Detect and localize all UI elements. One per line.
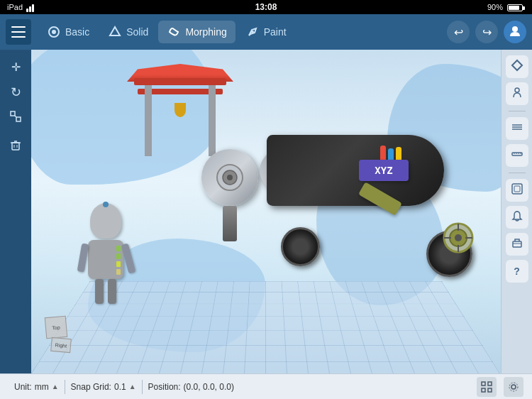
device-label: iPad: [7, 3, 23, 11]
ruler-icon: [511, 148, 523, 163]
tab-paint[interactable]: Paint: [237, 21, 295, 43]
right-sidebar: ?: [501, 50, 532, 373]
menu-button[interactable]: [6, 19, 31, 45]
axes-indicator: Top Right: [38, 313, 81, 352]
svg-rect-33: [514, 186, 520, 192]
sidebar-figure[interactable]: [506, 82, 528, 105]
sidebar-transform[interactable]: [506, 179, 528, 202]
delete-tool[interactable]: [4, 135, 27, 158]
rotate-tool[interactable]: ↻: [4, 81, 27, 104]
move-tool[interactable]: ✛: [4, 55, 27, 78]
robot-lights: [116, 246, 121, 275]
transform-icon: [511, 182, 523, 198]
torii-pillar-right: [209, 85, 216, 156]
viewport-area: ✛ ↻: [0, 50, 532, 373]
status-left: iPad: [7, 2, 34, 12]
status-bar: iPad 13:08 90%: [0, 0, 532, 14]
basic-icon: [47, 25, 61, 39]
vehicle: XYZ: [253, 121, 480, 277]
snap-arrow[interactable]: ▲: [129, 383, 136, 390]
tab-solid[interactable]: Solid: [99, 21, 157, 43]
sidebar-ruler[interactable]: [506, 144, 528, 167]
unit-section: Unit: mm ▲: [9, 382, 65, 392]
toolbar-tabs: Basic Solid Morphing Paint: [38, 21, 447, 43]
vehicle-wheel-left: [281, 227, 320, 266]
help-icon: ?: [514, 266, 520, 277]
svg-point-1: [52, 30, 56, 34]
sidebar-shape[interactable]: [506, 55, 528, 78]
light-4: [116, 269, 121, 275]
svg-point-4: [512, 26, 518, 32]
svg-point-23: [515, 88, 519, 92]
svg-point-18: [455, 234, 462, 241]
tab-solid-label: Solid: [126, 26, 148, 38]
user-button[interactable]: [504, 21, 526, 43]
bottom-bar: Unit: mm ▲ Snap Grid: 0.1 ▲ Position: (0…: [0, 373, 532, 399]
status-time: 13:08: [255, 2, 277, 12]
svg-rect-40: [488, 388, 492, 392]
torii-bell: [174, 103, 186, 117]
svg-point-15: [227, 175, 233, 180]
position-label: Position:: [148, 382, 181, 392]
battery-indicator: 90%: [487, 3, 525, 11]
svg-rect-8: [12, 143, 19, 150]
battery-percent: 90%: [487, 3, 503, 11]
light-2: [116, 253, 121, 259]
snap-label: Snap Grid:: [71, 382, 111, 392]
torii-pillar-left: [145, 85, 152, 156]
position-section: Position: (0.0, 0.0, 0.0): [143, 382, 240, 392]
svg-point-3: [251, 31, 254, 33]
robot-connector: [103, 202, 109, 207]
svg-rect-38: [488, 382, 492, 386]
battery-icon: [507, 4, 525, 11]
undo-button[interactable]: ↩: [447, 21, 470, 43]
svg-rect-32: [512, 184, 522, 194]
bell-icon: [511, 209, 523, 225]
torii-gate: [131, 64, 230, 156]
svg-rect-39: [482, 388, 485, 392]
redo-button[interactable]: ↪: [475, 21, 498, 43]
robot-leg-right: [108, 279, 116, 304]
tab-basic[interactable]: Basic: [38, 21, 98, 43]
sidebar-box[interactable]: [506, 233, 528, 256]
axes-right-label: Right: [55, 342, 67, 348]
tab-morphing[interactable]: Morphing: [158, 21, 235, 43]
robot-head: [90, 203, 121, 239]
layers-icon: [511, 121, 523, 136]
sidebar-layers[interactable]: [506, 117, 528, 140]
undo-icon: ↩: [454, 26, 463, 39]
tab-morphing-label: Morphing: [185, 26, 226, 38]
robot-character: [74, 203, 138, 302]
svg-point-42: [509, 383, 518, 391]
shape-icon: [511, 59, 523, 75]
sidebar-help[interactable]: ?: [506, 260, 528, 283]
axes-cube-top: Top: [45, 316, 68, 339]
svg-rect-5: [11, 111, 15, 116]
sidebar-notification[interactable]: [506, 206, 528, 229]
tab-basic-label: Basic: [65, 26, 89, 38]
settings-button[interactable]: [504, 377, 523, 397]
figure-icon: [511, 86, 523, 102]
svg-rect-35: [513, 241, 521, 247]
unit-arrow[interactable]: ▲: [52, 383, 59, 390]
position-value: (0.0, 0.0, 0.0): [184, 382, 234, 392]
paint-icon: [245, 25, 260, 39]
svg-rect-37: [482, 382, 485, 386]
left-toolbar: ✛ ↻: [0, 50, 31, 373]
robot-body: [88, 240, 123, 279]
axes-top-label: Top: [52, 324, 60, 330]
snap-value: 0.1: [114, 382, 126, 392]
light-1: [116, 246, 121, 251]
robot-arm-left: [77, 243, 89, 272]
morphing-icon: [167, 25, 181, 39]
vehicle-arm: [358, 182, 402, 215]
fullscreen-button[interactable]: [477, 377, 497, 397]
axes-cube-right: Right: [50, 337, 72, 353]
svg-line-7: [15, 116, 16, 117]
3d-viewport[interactable]: XYZ Top: [31, 50, 501, 373]
sidebar-separator-2: [509, 173, 526, 173]
trash-icon: [9, 138, 22, 154]
scale-icon: [9, 110, 22, 126]
solid-icon: [108, 25, 122, 39]
scale-tool[interactable]: [4, 106, 27, 129]
